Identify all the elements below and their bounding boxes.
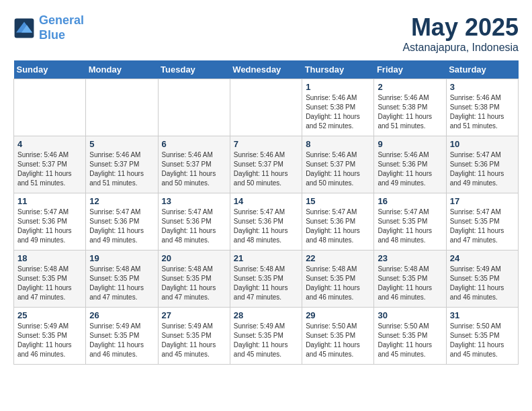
day-number: 2 bbox=[378, 82, 442, 92]
day-info: Sunrise: 5:47 AMSunset: 5:36 PMDaylight:… bbox=[162, 208, 226, 245]
calendar-cell: 4Sunrise: 5:46 AMSunset: 5:37 PMDaylight… bbox=[14, 136, 86, 193]
logo-icon bbox=[13, 17, 35, 39]
calendar-cell: 2Sunrise: 5:46 AMSunset: 5:38 PMDaylight… bbox=[374, 79, 446, 136]
day-header-sunday: Sunday bbox=[14, 60, 86, 79]
page-header: General Blue May 2025 Astanajapura, Indo… bbox=[13, 13, 519, 54]
calendar-cell: 10Sunrise: 5:47 AMSunset: 5:36 PMDayligh… bbox=[446, 136, 518, 193]
calendar-cell: 23Sunrise: 5:48 AMSunset: 5:35 PMDayligh… bbox=[374, 250, 446, 308]
calendar-cell: 7Sunrise: 5:46 AMSunset: 5:37 PMDaylight… bbox=[230, 136, 302, 193]
day-info: Sunrise: 5:46 AMSunset: 5:37 PMDaylight:… bbox=[234, 150, 298, 188]
day-number: 31 bbox=[450, 310, 515, 320]
day-number: 5 bbox=[89, 139, 154, 149]
calendar-cell: 21Sunrise: 5:48 AMSunset: 5:35 PMDayligh… bbox=[230, 250, 302, 308]
logo-text: General Blue bbox=[39, 13, 84, 42]
day-info: Sunrise: 5:47 AMSunset: 5:35 PMDaylight:… bbox=[450, 208, 515, 245]
day-number: 6 bbox=[162, 139, 226, 149]
day-info: Sunrise: 5:46 AMSunset: 5:37 PMDaylight:… bbox=[162, 150, 226, 188]
day-number: 14 bbox=[234, 196, 298, 206]
day-info: Sunrise: 5:46 AMSunset: 5:37 PMDaylight:… bbox=[306, 150, 370, 188]
day-info: Sunrise: 5:48 AMSunset: 5:35 PMDaylight:… bbox=[378, 265, 442, 302]
calendar-cell: 9Sunrise: 5:46 AMSunset: 5:36 PMDaylight… bbox=[374, 136, 446, 193]
day-number: 24 bbox=[450, 253, 515, 263]
day-number: 4 bbox=[17, 139, 82, 149]
day-number: 15 bbox=[306, 196, 370, 206]
calendar-cell: 22Sunrise: 5:48 AMSunset: 5:35 PMDayligh… bbox=[302, 250, 374, 308]
day-number: 3 bbox=[450, 82, 515, 92]
calendar-cell: 11Sunrise: 5:47 AMSunset: 5:36 PMDayligh… bbox=[14, 193, 86, 250]
calendar-cell: 26Sunrise: 5:49 AMSunset: 5:35 PMDayligh… bbox=[86, 308, 158, 365]
day-header-saturday: Saturday bbox=[446, 60, 518, 79]
calendar-cell: 20Sunrise: 5:48 AMSunset: 5:35 PMDayligh… bbox=[158, 250, 230, 308]
week-row-3: 11Sunrise: 5:47 AMSunset: 5:36 PMDayligh… bbox=[14, 193, 519, 250]
day-number: 7 bbox=[234, 139, 298, 149]
day-info: Sunrise: 5:47 AMSunset: 5:36 PMDaylight:… bbox=[306, 208, 370, 245]
day-number: 28 bbox=[234, 310, 298, 320]
day-info: Sunrise: 5:48 AMSunset: 5:35 PMDaylight:… bbox=[89, 265, 154, 302]
calendar-cell: 3Sunrise: 5:46 AMSunset: 5:38 PMDaylight… bbox=[446, 79, 518, 136]
days-header-row: SundayMondayTuesdayWednesdayThursdayFrid… bbox=[14, 60, 519, 79]
calendar-cell: 29Sunrise: 5:50 AMSunset: 5:35 PMDayligh… bbox=[302, 308, 374, 365]
calendar-cell: 28Sunrise: 5:49 AMSunset: 5:35 PMDayligh… bbox=[230, 308, 302, 365]
day-info: Sunrise: 5:46 AMSunset: 5:38 PMDaylight:… bbox=[450, 93, 515, 131]
calendar-cell: 18Sunrise: 5:48 AMSunset: 5:35 PMDayligh… bbox=[14, 250, 86, 308]
calendar-cell bbox=[14, 79, 86, 136]
day-header-tuesday: Tuesday bbox=[158, 60, 230, 79]
calendar-cell: 31Sunrise: 5:50 AMSunset: 5:35 PMDayligh… bbox=[446, 308, 518, 365]
day-info: Sunrise: 5:47 AMSunset: 5:36 PMDaylight:… bbox=[234, 208, 298, 245]
calendar-cell: 15Sunrise: 5:47 AMSunset: 5:36 PMDayligh… bbox=[302, 193, 374, 250]
day-info: Sunrise: 5:50 AMSunset: 5:35 PMDaylight:… bbox=[450, 322, 515, 359]
calendar-cell bbox=[158, 79, 230, 136]
calendar-cell: 13Sunrise: 5:47 AMSunset: 5:36 PMDayligh… bbox=[158, 193, 230, 250]
day-header-thursday: Thursday bbox=[302, 60, 374, 79]
day-info: Sunrise: 5:46 AMSunset: 5:37 PMDaylight:… bbox=[17, 150, 82, 188]
day-number: 25 bbox=[17, 310, 82, 320]
day-info: Sunrise: 5:48 AMSunset: 5:35 PMDaylight:… bbox=[162, 265, 226, 302]
calendar-title: May 2025 bbox=[402, 13, 519, 42]
day-info: Sunrise: 5:49 AMSunset: 5:35 PMDaylight:… bbox=[450, 265, 515, 302]
calendar-cell: 14Sunrise: 5:47 AMSunset: 5:36 PMDayligh… bbox=[230, 193, 302, 250]
day-info: Sunrise: 5:47 AMSunset: 5:36 PMDaylight:… bbox=[89, 208, 154, 245]
calendar-cell bbox=[86, 79, 158, 136]
day-header-monday: Monday bbox=[86, 60, 158, 79]
day-number: 18 bbox=[17, 253, 82, 263]
day-info: Sunrise: 5:46 AMSunset: 5:37 PMDaylight:… bbox=[89, 150, 154, 188]
day-number: 23 bbox=[378, 253, 442, 263]
week-row-4: 18Sunrise: 5:48 AMSunset: 5:35 PMDayligh… bbox=[14, 250, 519, 308]
day-number: 12 bbox=[89, 196, 154, 206]
day-number: 17 bbox=[450, 196, 515, 206]
calendar-cell: 12Sunrise: 5:47 AMSunset: 5:36 PMDayligh… bbox=[86, 193, 158, 250]
day-info: Sunrise: 5:50 AMSunset: 5:35 PMDaylight:… bbox=[306, 322, 370, 359]
calendar-cell: 1Sunrise: 5:46 AMSunset: 5:38 PMDaylight… bbox=[302, 79, 374, 136]
calendar-cell: 16Sunrise: 5:47 AMSunset: 5:35 PMDayligh… bbox=[374, 193, 446, 250]
calendar-table: SundayMondayTuesdayWednesdayThursdayFrid… bbox=[13, 60, 519, 365]
logo: General Blue bbox=[13, 13, 84, 42]
day-info: Sunrise: 5:46 AMSunset: 5:36 PMDaylight:… bbox=[378, 150, 442, 188]
calendar-cell: 25Sunrise: 5:49 AMSunset: 5:35 PMDayligh… bbox=[14, 308, 86, 365]
logo-line2: Blue bbox=[39, 28, 65, 42]
calendar-cell bbox=[230, 79, 302, 136]
day-number: 10 bbox=[450, 139, 515, 149]
day-number: 16 bbox=[378, 196, 442, 206]
day-number: 29 bbox=[306, 310, 370, 320]
day-info: Sunrise: 5:46 AMSunset: 5:38 PMDaylight:… bbox=[378, 93, 442, 131]
calendar-cell: 5Sunrise: 5:46 AMSunset: 5:37 PMDaylight… bbox=[86, 136, 158, 193]
day-number: 11 bbox=[17, 196, 82, 206]
day-header-friday: Friday bbox=[374, 60, 446, 79]
day-info: Sunrise: 5:48 AMSunset: 5:35 PMDaylight:… bbox=[234, 265, 298, 302]
day-number: 8 bbox=[306, 139, 370, 149]
calendar-cell: 30Sunrise: 5:50 AMSunset: 5:35 PMDayligh… bbox=[374, 308, 446, 365]
calendar-cell: 24Sunrise: 5:49 AMSunset: 5:35 PMDayligh… bbox=[446, 250, 518, 308]
calendar-cell: 17Sunrise: 5:47 AMSunset: 5:35 PMDayligh… bbox=[446, 193, 518, 250]
calendar-cell: 8Sunrise: 5:46 AMSunset: 5:37 PMDaylight… bbox=[302, 136, 374, 193]
day-info: Sunrise: 5:48 AMSunset: 5:35 PMDaylight:… bbox=[17, 265, 82, 302]
day-number: 13 bbox=[162, 196, 226, 206]
day-info: Sunrise: 5:47 AMSunset: 5:36 PMDaylight:… bbox=[450, 150, 515, 188]
day-info: Sunrise: 5:47 AMSunset: 5:35 PMDaylight:… bbox=[378, 208, 442, 245]
week-row-5: 25Sunrise: 5:49 AMSunset: 5:35 PMDayligh… bbox=[14, 308, 519, 365]
calendar-cell: 19Sunrise: 5:48 AMSunset: 5:35 PMDayligh… bbox=[86, 250, 158, 308]
day-number: 19 bbox=[89, 253, 154, 263]
week-row-2: 4Sunrise: 5:46 AMSunset: 5:37 PMDaylight… bbox=[14, 136, 519, 193]
day-info: Sunrise: 5:49 AMSunset: 5:35 PMDaylight:… bbox=[234, 322, 298, 359]
day-header-wednesday: Wednesday bbox=[230, 60, 302, 79]
calendar-cell: 27Sunrise: 5:49 AMSunset: 5:35 PMDayligh… bbox=[158, 308, 230, 365]
